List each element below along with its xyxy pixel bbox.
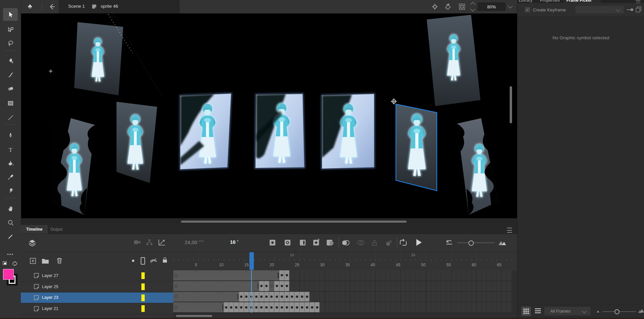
- loop-icon[interactable]: [399, 239, 408, 247]
- fill-color-swatch[interactable]: [3, 269, 14, 280]
- keyframe-cell[interactable]: [284, 270, 289, 280]
- layer-row[interactable]: Layer 25: [21, 281, 173, 292]
- keyframe-cell[interactable]: [289, 302, 294, 312]
- graph-editor-icon[interactable]: [158, 239, 166, 246]
- keyframe-cell[interactable]: [269, 302, 274, 312]
- insert-keyframe-icon[interactable]: [270, 240, 275, 245]
- breadcrumb-symbol[interactable]: sprite 46: [101, 4, 118, 9]
- pen-tool[interactable]: [3, 129, 18, 142]
- playhead-marker[interactable]: [249, 252, 254, 270]
- clip-content-icon[interactable]: [458, 3, 466, 11]
- layer-row[interactable]: Layer 21: [21, 303, 173, 314]
- swap-colors-icon[interactable]: [11, 261, 18, 267]
- asset-warp-pin-tool[interactable]: [3, 184, 18, 197]
- remove-frames-icon[interactable]: [327, 240, 332, 245]
- sprite-panel-8[interactable]: [457, 118, 498, 215]
- sprite-panel-selected[interactable]: [391, 98, 437, 191]
- keyframe-cell[interactable]: [269, 292, 274, 302]
- keyframe-cell[interactable]: [229, 302, 234, 312]
- keyframe-cell[interactable]: [274, 302, 279, 312]
- lock-all-icon[interactable]: [162, 257, 168, 264]
- rectangle-tool[interactable]: [3, 97, 18, 109]
- sprite-panel-2[interactable]: [52, 118, 95, 215]
- keyframe-cell[interactable]: [279, 302, 284, 312]
- timeline-horizontal-scrollbar[interactable]: [176, 315, 212, 317]
- keyframe-cell[interactable]: [264, 281, 269, 291]
- timeline-menu-icon[interactable]: [507, 228, 512, 233]
- keyframe-cell[interactable]: [294, 302, 300, 312]
- blank-keyframe-cell[interactable]: [269, 281, 274, 291]
- keyframe-cell[interactable]: [254, 292, 259, 302]
- layers-stack-icon[interactable]: [28, 238, 36, 247]
- layer-row[interactable]: Layer 23: [21, 292, 173, 304]
- breadcrumb-scene[interactable]: Scene 1: [68, 4, 85, 9]
- edit-multiple-frames-icon[interactable]: [371, 240, 378, 246]
- frames-grid[interactable]: [173, 270, 517, 313]
- add-folder-icon[interactable]: [42, 258, 49, 264]
- keyframe-cell[interactable]: [279, 270, 284, 280]
- keyframe-cell[interactable]: [305, 292, 310, 302]
- clubs-menu-icon[interactable]: ♣: [28, 3, 32, 10]
- frame-span[interactable]: [173, 292, 239, 302]
- tab-timeline[interactable]: Timeline: [21, 225, 48, 234]
- subselection-tool[interactable]: [3, 24, 18, 36]
- sprite-panel-3[interactable]: [117, 102, 157, 183]
- zoom-chevron-icon[interactable]: [509, 4, 512, 8]
- hand-tool[interactable]: [3, 202, 18, 215]
- text-tool[interactable]: T: [3, 143, 18, 156]
- layer-outline-color[interactable]: [141, 272, 145, 279]
- more-tools-button[interactable]: •••: [3, 248, 18, 261]
- layer-outline-color[interactable]: [141, 305, 145, 312]
- pencil-tool[interactable]: [3, 230, 18, 243]
- insert-blank-keyframe-icon[interactable]: [285, 240, 290, 245]
- keyframe-cell[interactable]: [259, 302, 264, 312]
- outline-all-icon[interactable]: [141, 257, 145, 265]
- selection-tool[interactable]: [3, 8, 18, 21]
- create-keyframe-checkbox[interactable]: ✓: [525, 7, 530, 12]
- keyframe-cell[interactable]: [264, 292, 269, 302]
- fit-frames-icon[interactable]: [498, 239, 507, 246]
- layer-row[interactable]: Layer 27: [21, 270, 173, 281]
- sprite-panel-4[interactable]: [180, 94, 231, 169]
- sprite-panel-9[interactable]: [427, 15, 480, 106]
- keyframe-cell[interactable]: [300, 302, 305, 312]
- frame-span[interactable]: [173, 270, 279, 280]
- frame-row[interactable]: [173, 302, 512, 313]
- line-tool[interactable]: [3, 111, 18, 124]
- camera-icon[interactable]: [134, 239, 141, 246]
- stage-vertical-scrollbar[interactable]: [510, 86, 512, 123]
- keyframe-cell[interactable]: [264, 302, 269, 312]
- tab-properties[interactable]: Properties: [539, 0, 563, 3]
- sprite-panel-6[interactable]: [322, 94, 374, 169]
- zoom-stepper-icon[interactable]: [471, 3, 474, 11]
- reset-timeline-zoom-icon[interactable]: [445, 239, 453, 247]
- playhead-line[interactable]: [251, 270, 252, 313]
- eraser-tool[interactable]: [3, 82, 18, 95]
- show-all-dot-icon[interactable]: [132, 260, 134, 262]
- keyframe-cell[interactable]: [274, 292, 279, 302]
- add-layer-icon[interactable]: [30, 258, 36, 264]
- link-icon[interactable]: [627, 8, 634, 12]
- grid-view-icon[interactable]: [521, 307, 531, 316]
- keyframe-option-dropdown[interactable]: [576, 6, 624, 13]
- keyframe-cell[interactable]: [305, 302, 310, 312]
- keyframe-cell[interactable]: [234, 302, 239, 312]
- tab-frame-picker[interactable]: Frame Picker: [563, 0, 601, 3]
- onion-outlines-icon[interactable]: [357, 240, 365, 246]
- thumbnail-size-slider-knob[interactable]: [614, 309, 619, 314]
- frame-row[interactable]: [173, 270, 512, 281]
- stage-horizontal-scrollbar[interactable]: [181, 221, 407, 223]
- stage-canvas[interactable]: [21, 13, 517, 218]
- keyframe-cell[interactable]: [259, 281, 264, 291]
- frame-span[interactable]: [173, 302, 224, 312]
- default-colors-icon[interactable]: [3, 261, 9, 267]
- keyframe-cell[interactable]: [239, 292, 244, 302]
- layer-parenting-icon[interactable]: [146, 239, 153, 246]
- zoom-level-field[interactable]: 80%: [477, 2, 506, 11]
- keyframe-cell[interactable]: [284, 281, 289, 291]
- thumbnail-size-slider[interactable]: [602, 311, 636, 312]
- eyedropper-tool[interactable]: [3, 171, 18, 183]
- back-arrow-icon[interactable]: [48, 3, 55, 11]
- keyframe-cell[interactable]: [310, 302, 315, 312]
- keyframe-cell[interactable]: [284, 302, 289, 312]
